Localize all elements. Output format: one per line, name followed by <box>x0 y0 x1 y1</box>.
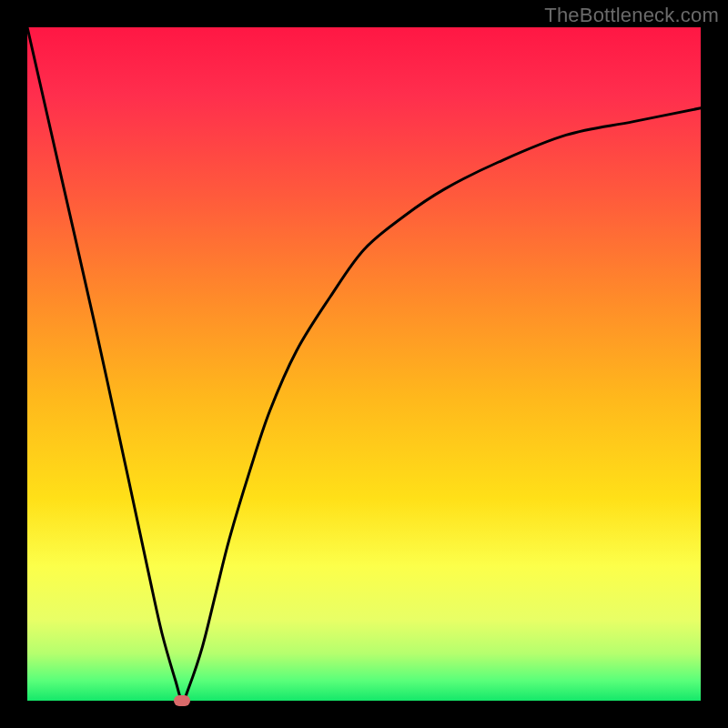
bottleneck-curve <box>27 27 701 701</box>
minimum-marker <box>174 695 190 706</box>
chart-frame: TheBottleneck.com <box>0 0 728 728</box>
watermark-text: TheBottleneck.com <box>544 4 719 27</box>
plot-area <box>27 27 701 701</box>
